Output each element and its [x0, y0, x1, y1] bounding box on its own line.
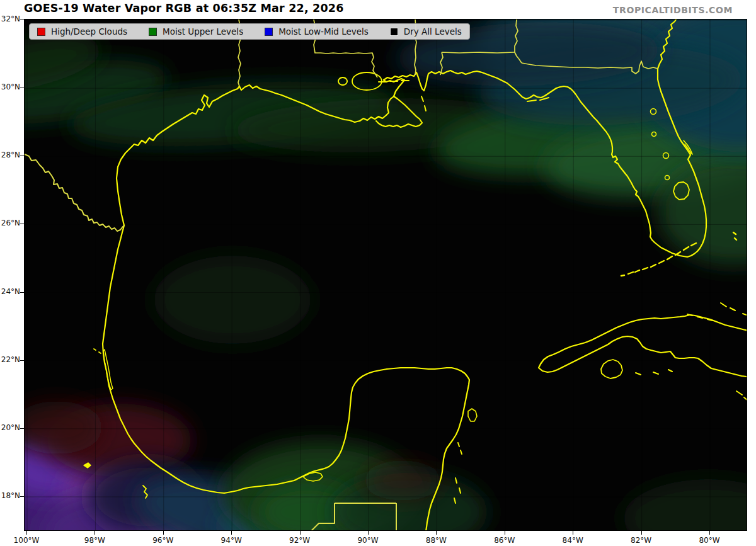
- lon-tick-mark: [163, 531, 164, 535]
- lat-tick-mark: [20, 20, 24, 20]
- lon-tick-label: 94°W: [221, 536, 242, 545]
- page-title: GOES-19 Water Vapor RGB at 06:35Z Mar 22…: [24, 2, 344, 14]
- site-watermark: TROPICALTIDBITS.COM: [613, 5, 733, 15]
- legend-label: Dry All Levels: [404, 26, 462, 37]
- lon-tick-label: 84°W: [563, 536, 583, 545]
- lon-tick-label: 86°W: [494, 536, 515, 545]
- legend-item-high-deep-clouds: High/Deep Clouds: [37, 26, 127, 37]
- green-center-faint: [154, 256, 311, 344]
- lon-tick-mark: [300, 531, 301, 535]
- lon-tick-label: 96°W: [152, 536, 173, 545]
- lon-tick-label: 82°W: [631, 536, 651, 545]
- legend-swatch-blue: [265, 28, 273, 36]
- moisture-color-fields: [25, 20, 747, 531]
- lat-tick-label: 20°N: [0, 423, 20, 432]
- coast-cuba-south: [539, 336, 747, 377]
- lon-tick-label: 80°W: [699, 536, 719, 545]
- legend-item-moist-upper: Moist Upper Levels: [149, 26, 243, 37]
- lat-tick-mark: [20, 428, 24, 429]
- legend-swatch-black: [390, 28, 398, 36]
- lat-tick-mark: [20, 224, 24, 224]
- lon-tick-label: 98°W: [84, 536, 105, 545]
- lat-tick-label: 24°N: [0, 287, 20, 296]
- border-rio-grande: [25, 154, 124, 231]
- lon-tick-mark: [505, 531, 505, 535]
- legend-swatch-green: [149, 28, 157, 36]
- lat-tick-mark: [20, 496, 24, 497]
- lon-tick-mark: [573, 531, 573, 535]
- lon-tick-label: 92°W: [289, 536, 310, 545]
- lon-tick-mark: [641, 531, 642, 535]
- lat-tick-label: 32°N: [0, 14, 20, 23]
- legend-label: Moist Low-Mid Levels: [278, 26, 369, 37]
- island-isla-juventud: [601, 360, 622, 378]
- coast-cuba-north: [541, 315, 747, 364]
- lat-tick-mark: [20, 360, 24, 361]
- legend-item-moist-lowmid: Moist Low-Mid Levels: [265, 26, 369, 37]
- color-legend: High/Deep Clouds Moist Upper Levels Mois…: [29, 23, 470, 40]
- legend-label: Moist Upper Levels: [163, 26, 243, 37]
- lat-tick-label: 26°N: [0, 219, 20, 227]
- lon-tick-mark: [368, 531, 369, 535]
- lat-tick-label: 18°N: [0, 491, 20, 500]
- lon-tick-label: 100°W: [14, 536, 40, 545]
- lon-tick-mark: [436, 531, 437, 535]
- lon-tick-mark: [709, 531, 710, 535]
- lat-tick-mark: [20, 292, 24, 293]
- lon-tick-mark: [94, 531, 95, 535]
- legend-swatch-red: [37, 28, 45, 36]
- lat-tick-label: 22°N: [0, 355, 20, 364]
- lat-tick-mark: [20, 156, 24, 156]
- map-svg: [25, 20, 747, 531]
- lon-tick-label: 88°W: [426, 536, 447, 545]
- legend-label: High/Deep Clouds: [51, 26, 127, 37]
- lon-tick-label: 90°W: [357, 536, 378, 545]
- maroon-bottom-mid: [364, 460, 442, 501]
- lon-tick-mark: [26, 531, 27, 535]
- lat-tick-label: 28°N: [0, 151, 20, 159]
- legend-item-dry: Dry All Levels: [390, 26, 462, 37]
- lat-tick-label: 30°N: [0, 82, 20, 91]
- lon-tick-mark: [231, 531, 232, 535]
- satellite-map-canvas: High/Deep Clouds Moist Upper Levels Mois…: [24, 19, 747, 531]
- island-cozumel: [468, 409, 477, 421]
- lat-tick-mark: [20, 88, 24, 88]
